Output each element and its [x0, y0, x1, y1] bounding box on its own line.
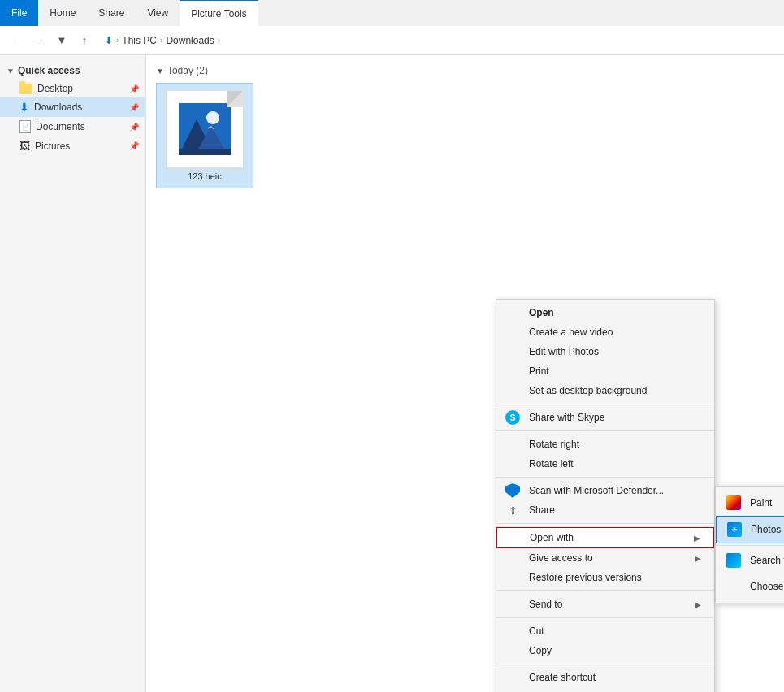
ctx-copy-label: Copy	[529, 645, 552, 656]
ctx-rotate-right[interactable]: Rotate right	[496, 435, 714, 454]
sidebar-desktop-label: Desktop	[37, 83, 73, 94]
pin-icon-documents: 📌	[129, 123, 139, 132]
ctx-rotate-left[interactable]: Rotate left	[496, 454, 714, 474]
ctx-cut[interactable]: Cut	[496, 621, 714, 641]
ctx-create-shortcut-label: Create shortcut	[529, 672, 596, 683]
ctx-cut-label: Cut	[529, 625, 544, 637]
ctx-create-shortcut[interactable]: Create shortcut	[496, 668, 714, 687]
ctx-scan-defender[interactable]: Scan with Microsoft Defender...	[496, 481, 714, 500]
ctx-edit-photos-label: Edit with Photos	[529, 346, 599, 357]
ctx-open-with-label: Open with	[530, 532, 574, 543]
ctx-open-with[interactable]: Open with ▶	[496, 527, 714, 548]
ctx-set-desktop[interactable]: Set as desktop background	[496, 381, 714, 400]
separator-6	[496, 617, 714, 618]
path-downloads: Downloads	[166, 35, 214, 46]
ctx-print[interactable]: Print	[496, 361, 714, 381]
pictures-icon: 🖼	[19, 140, 30, 152]
store-icon-inner	[726, 553, 741, 568]
separator-5	[496, 590, 714, 591]
ctx-restore-versions[interactable]: Restore previous versions	[496, 568, 714, 587]
recent-button[interactable]: ▼	[52, 31, 71, 50]
separator-3	[496, 477, 714, 478]
submenu-photos[interactable]: ☀ Photos	[716, 516, 784, 543]
sidebar-item-desktop[interactable]: Desktop 📌	[0, 80, 145, 97]
paint-icon-inner	[726, 495, 741, 510]
paint-icon	[726, 495, 742, 511]
svg-point-1	[206, 111, 219, 124]
send-to-arrow: ▶	[695, 600, 701, 609]
submenu-paint-label: Paint	[750, 497, 772, 508]
tab-home[interactable]: Home	[38, 0, 87, 26]
ctx-give-access[interactable]: Give access to ▶	[496, 548, 714, 568]
defender-icon	[505, 482, 521, 499]
file-item-123heic[interactable]: 123.heic	[156, 83, 253, 188]
file-thumbnail	[166, 90, 244, 168]
ctx-create-video-label: Create a new video	[529, 327, 613, 338]
separator-1	[496, 404, 714, 404]
store-icon	[726, 552, 742, 569]
ctx-send-to-label: Send to	[529, 599, 562, 610]
forward-button[interactable]: →	[29, 31, 49, 50]
up-button[interactable]: ↑	[75, 31, 94, 50]
choose-app-icon	[726, 578, 742, 595]
file-name: 123.heic	[188, 171, 222, 181]
separator-4	[496, 523, 714, 524]
documents-icon: 📄	[19, 120, 31, 133]
path-arrow2: ›	[160, 36, 162, 45]
defender-icon-inner	[505, 483, 520, 498]
sidebar-item-documents[interactable]: 📄 Documents 📌	[0, 117, 145, 136]
title-bar: File Home Share View Picture Tools	[0, 0, 784, 26]
file-fold	[227, 91, 243, 107]
ctx-share[interactable]: ⇧ Share	[496, 500, 714, 520]
ctx-edit-photos[interactable]: Edit with Photos	[496, 342, 714, 361]
tab-view[interactable]: View	[136, 0, 180, 26]
share-icon-inner: ⇧	[509, 504, 518, 517]
group-header-today: ▼ Today (2)	[156, 65, 774, 76]
submenu-choose-app[interactable]: Choose another app	[716, 573, 784, 599]
ctx-share-skype-label: Share with Skype	[529, 412, 604, 423]
ctx-rotate-right-label: Rotate right	[529, 439, 579, 450]
tab-share[interactable]: Share	[87, 0, 136, 26]
photos-icon: ☀	[726, 521, 743, 538]
submenu-photos-label: Photos	[751, 524, 781, 535]
sidebar-documents-label: Documents	[36, 121, 85, 132]
context-menu: Open Create a new video Edit with Photos…	[496, 299, 715, 692]
ctx-create-video[interactable]: Create a new video	[496, 322, 714, 342]
photos-icon-inner: ☀	[727, 522, 742, 537]
quick-access-label: Quick access	[18, 65, 80, 76]
ctx-print-label: Print	[529, 365, 549, 377]
ctx-send-to[interactable]: Send to ▶	[496, 595, 714, 614]
path-arrow1: ›	[116, 36, 119, 45]
main-layout: ▼ Quick access Desktop 📌 ⬇ Downloads 📌 📄…	[0, 55, 784, 692]
give-access-arrow: ▶	[695, 554, 701, 563]
sidebar-pictures-label: Pictures	[35, 141, 70, 152]
mountain-image	[179, 103, 231, 155]
sidebar-item-downloads[interactable]: ⬇ Downloads 📌	[0, 97, 145, 117]
submenu-paint[interactable]: Paint	[716, 490, 784, 516]
pin-icon-downloads: 📌	[129, 103, 139, 112]
submenu-store[interactable]: Search the Microsoft Store	[716, 547, 784, 573]
open-with-arrow: ▶	[694, 534, 700, 543]
content-area: ▼ Today (2)	[146, 55, 784, 692]
ctx-rotate-left-label: Rotate left	[529, 458, 574, 469]
ctx-open-label: Open	[529, 307, 554, 318]
sidebar-item-pictures[interactable]: 🖼 Pictures 📌	[0, 136, 145, 155]
address-path[interactable]: ⬇ › This PC › Downloads ›	[97, 29, 778, 52]
ctx-give-access-label: Give access to	[529, 552, 593, 564]
submenu-choose-app-label: Choose another app	[750, 581, 784, 592]
ctx-copy[interactable]: Copy	[496, 641, 714, 660]
submenu-open-with: Paint ☀ Photos Search the Microsoft Stor…	[715, 486, 784, 603]
tab-picture-tools[interactable]: Picture Tools	[180, 0, 258, 27]
ctx-share-label: Share	[529, 504, 555, 516]
downloads-icon: ⬇	[19, 101, 29, 114]
ctx-restore-versions-label: Restore previous versions	[529, 572, 642, 583]
back-button[interactable]: ←	[6, 31, 26, 50]
tab-file[interactable]: File	[0, 0, 38, 26]
ctx-share-skype[interactable]: S Share with Skype	[496, 408, 714, 427]
path-thispc: This PC	[122, 35, 157, 46]
pin-icon-pictures: 📌	[129, 141, 139, 150]
quick-access-header[interactable]: ▼ Quick access	[0, 62, 145, 80]
ctx-open[interactable]: Open	[496, 303, 714, 322]
ctx-scan-defender-label: Scan with Microsoft Defender...	[529, 485, 664, 496]
ctx-delete[interactable]: Delete	[496, 687, 714, 692]
